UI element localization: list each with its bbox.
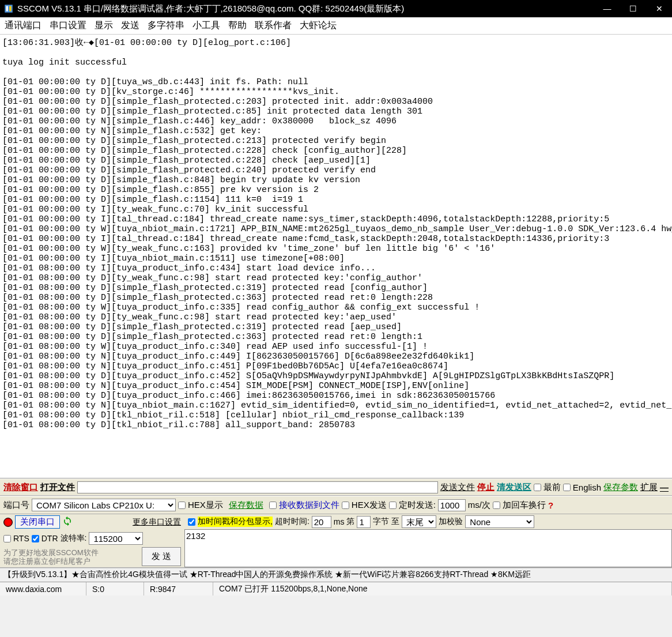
menubar: 通讯端口 串口设置 显示 发送 多字符串 小工具 帮助 联系作者 大虾论坛 bbox=[0, 17, 672, 35]
save-params-button[interactable]: 保存参数 bbox=[603, 482, 638, 493]
recv-to-file-checkbox[interactable] bbox=[269, 502, 277, 509]
port-select[interactable]: COM7 Silicon Labs CP210x U: bbox=[32, 499, 176, 511]
menu-port[interactable]: 通讯端口 bbox=[5, 20, 41, 32]
file-path-input[interactable] bbox=[77, 481, 438, 493]
hex-display-label: HEX显示 bbox=[188, 500, 223, 511]
crc-select[interactable]: None bbox=[465, 515, 534, 528]
status-recv: R:9847 bbox=[144, 582, 213, 595]
timestamp-checkbox[interactable] bbox=[188, 518, 195, 526]
menu-send[interactable]: 发送 bbox=[121, 20, 139, 32]
hex-display-checkbox[interactable] bbox=[178, 502, 186, 509]
status-url[interactable]: www.daxia.com bbox=[0, 582, 86, 595]
toolbar-row-2: 端口号 COM7 Silicon Labs CP210x U: HEX显示 保存… bbox=[0, 496, 672, 514]
port-label: 端口号 bbox=[3, 500, 29, 511]
stop-button[interactable]: 停止 bbox=[477, 482, 494, 493]
status-port: COM7 已打开 115200bps,8,1,None,None bbox=[213, 582, 672, 595]
send-text-input[interactable] bbox=[184, 529, 672, 567]
svg-rect-1 bbox=[6, 6, 8, 12]
timeout-input[interactable] bbox=[312, 516, 331, 528]
recv-to-file-label: 接收数据到文件 bbox=[279, 500, 339, 511]
promo-bar: 【升级到V5.13.1】★合宙高性价比4G模块值得一试 ★RT-Thread中国… bbox=[0, 568, 672, 582]
timed-send-checkbox[interactable] bbox=[389, 502, 397, 509]
collapse-button[interactable]: — bbox=[660, 483, 669, 492]
interval-unit: ms/次 bbox=[468, 500, 490, 511]
close-port-button[interactable]: 关闭串口 bbox=[15, 515, 60, 529]
toolbar-row-1: 清除窗口 打开文件 发送文件 停止 清发送区 最前 English 保存参数 扩… bbox=[0, 478, 672, 496]
baud-select[interactable]: 115200 bbox=[89, 532, 143, 545]
app-icon bbox=[3, 3, 14, 14]
menu-multistring[interactable]: 多字符串 bbox=[148, 20, 184, 32]
refresh-icon[interactable] bbox=[62, 516, 73, 528]
english-checkbox[interactable] bbox=[563, 484, 571, 491]
minimize-button[interactable]: — bbox=[594, 0, 620, 17]
menu-contact[interactable]: 联系作者 bbox=[255, 20, 292, 32]
interval-input[interactable] bbox=[438, 499, 466, 511]
byte-end-select[interactable]: 末尾 bbox=[402, 515, 436, 528]
menu-tools[interactable]: 小工具 bbox=[192, 20, 220, 32]
hex-send-checkbox[interactable] bbox=[342, 502, 349, 509]
rts-label: RTS bbox=[13, 534, 29, 543]
statusbar: www.daxia.com S:0 R:9847 COM7 已打开 115200… bbox=[0, 582, 672, 595]
window-title: SSCOM V5.13.1 串口/网络数据调试器,作者:大虾丁丁,2618058… bbox=[17, 3, 594, 14]
hex-send-label: HEX发送 bbox=[352, 500, 387, 511]
status-sent: S:0 bbox=[86, 582, 144, 595]
timestamp-label: 加时间戳和分包显示, bbox=[198, 517, 273, 527]
svg-rect-0 bbox=[5, 5, 13, 13]
menu-forum[interactable]: 大虾论坛 bbox=[300, 20, 337, 32]
menu-display[interactable]: 显示 bbox=[95, 20, 113, 32]
expand-button[interactable]: 扩展 bbox=[640, 482, 658, 493]
clear-send-button[interactable]: 清发送区 bbox=[497, 482, 531, 493]
baud-label: 波特率: bbox=[61, 533, 87, 544]
promo-text-1: 为了更好地发展SSCOM软件 bbox=[3, 548, 99, 557]
more-settings-button[interactable]: 更多串口设置 bbox=[133, 517, 181, 527]
promo-text-2: 请您注册嘉立创F结尾客户 bbox=[3, 557, 99, 566]
timed-send-label: 定时发送: bbox=[399, 500, 436, 511]
rts-checkbox[interactable] bbox=[3, 535, 11, 542]
maximize-button[interactable]: ☐ bbox=[620, 0, 646, 17]
dtr-label: DTR bbox=[41, 534, 58, 543]
help-icon[interactable]: ? bbox=[548, 500, 553, 510]
log-output[interactable]: [13:06:31.903]收←◆[01-01 00:00:00 ty D][e… bbox=[0, 35, 672, 478]
english-label: English bbox=[573, 483, 601, 492]
svg-rect-2 bbox=[9, 6, 11, 12]
add-crlf-label: 加回车换行 bbox=[503, 500, 546, 511]
byte-from-input[interactable] bbox=[357, 516, 371, 528]
timeout-unit: ms bbox=[334, 517, 345, 526]
clear-window-button[interactable]: 清除窗口 bbox=[3, 482, 38, 493]
menu-help[interactable]: 帮助 bbox=[228, 20, 247, 32]
record-icon[interactable] bbox=[3, 518, 13, 527]
save-data-button[interactable]: 保存数据 bbox=[225, 500, 267, 511]
titlebar: SSCOM V5.13.1 串口/网络数据调试器,作者:大虾丁丁,2618058… bbox=[0, 0, 672, 17]
close-button[interactable]: ✕ bbox=[646, 0, 672, 17]
byte-from-label: 第 bbox=[346, 517, 354, 527]
open-file-button[interactable]: 打开文件 bbox=[40, 482, 75, 493]
add-crlf-checkbox[interactable] bbox=[493, 502, 500, 509]
byte-to-label: 字节 至 bbox=[373, 517, 399, 527]
send-button[interactable]: 发 送 bbox=[142, 547, 181, 566]
topmost-checkbox[interactable] bbox=[534, 484, 541, 491]
timeout-label: 超时时间: bbox=[275, 517, 309, 527]
crc-label: 加校验 bbox=[439, 517, 463, 527]
menu-serial-settings[interactable]: 串口设置 bbox=[50, 20, 86, 32]
topmost-label: 最前 bbox=[543, 482, 561, 493]
send-file-button[interactable]: 发送文件 bbox=[440, 482, 475, 493]
dtr-checkbox[interactable] bbox=[32, 535, 39, 542]
